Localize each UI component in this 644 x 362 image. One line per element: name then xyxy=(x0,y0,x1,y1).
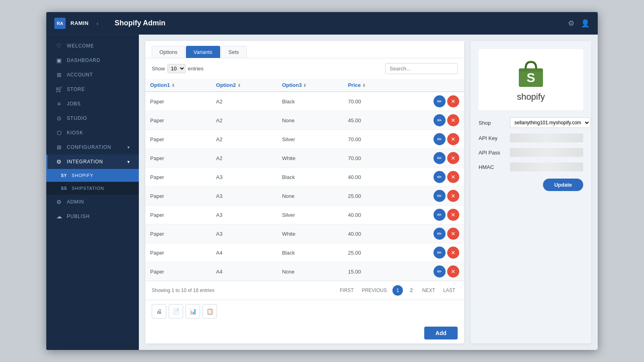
sidebar-label-configuration: CONFIGURATION xyxy=(67,144,111,150)
shop-row: Shop sellanything101.myshopify.com xyxy=(479,117,583,128)
sidebar-item-studio[interactable]: ⊙ STUDIO xyxy=(46,111,139,125)
print-button[interactable]: 🖨 xyxy=(152,304,166,319)
sidebar-item-shopify[interactable]: SY SHOPIFY xyxy=(46,169,139,182)
col-price[interactable]: Price ⇕ xyxy=(343,79,395,92)
table-row: Paper A3 White 40.00 ✏ ✕ xyxy=(145,224,464,243)
sidebar-item-dashboard[interactable]: ▣ DASHBOARD xyxy=(46,53,139,68)
pdf-button[interactable]: 📄 xyxy=(169,304,183,319)
sidebar-item-publish[interactable]: ☁ PUBLISH xyxy=(46,209,139,224)
cell-actions: ✏ ✕ xyxy=(396,111,464,130)
table-row: Paper A4 Black 25.00 ✏ ✕ xyxy=(145,243,464,262)
sidebar-item-kiosk[interactable]: ⬡ KIOSK xyxy=(46,125,139,140)
settings-icon[interactable]: ⚙ xyxy=(568,19,574,28)
cell-option3: White xyxy=(277,149,343,168)
add-button[interactable]: Add xyxy=(424,327,458,339)
tab-options[interactable]: Options xyxy=(152,46,185,58)
sidebar-label-integration: INTEGRATION xyxy=(67,159,103,165)
table-row: Paper A2 None 45.00 ✏ ✕ xyxy=(145,111,464,130)
cell-option1: Paper xyxy=(145,187,211,206)
cell-option3: None xyxy=(277,187,343,206)
sidebar-item-admin[interactable]: ⚙ ADMIN xyxy=(46,195,139,209)
entries-select[interactable]: 10 25 50 xyxy=(167,64,186,73)
tab-sets[interactable]: Sets xyxy=(221,46,247,58)
svg-rect-2 xyxy=(519,68,543,72)
edit-button[interactable]: ✏ xyxy=(433,228,446,240)
col-option1[interactable]: Option1 ⇕ xyxy=(145,79,211,92)
page-2[interactable]: 2 xyxy=(406,285,417,296)
cell-option2: A4 xyxy=(211,243,277,262)
content-area: Options Variants Sets Show 10 25 50 xyxy=(139,35,598,350)
edit-button[interactable]: ✏ xyxy=(433,209,446,221)
update-button[interactable]: Update xyxy=(543,179,583,191)
edit-button[interactable]: ✏ xyxy=(433,247,446,259)
sidebar-item-store[interactable]: 🛒 STORE xyxy=(46,82,139,97)
col-actions xyxy=(396,79,464,92)
page-previous[interactable]: PREVIOUS xyxy=(359,286,389,294)
user-icon[interactable]: 👤 xyxy=(581,19,590,28)
collapse-icon[interactable]: ‹ xyxy=(97,20,99,27)
cell-actions: ✏ ✕ xyxy=(396,130,464,149)
edit-button[interactable]: ✏ xyxy=(433,171,446,183)
delete-button[interactable]: ✕ xyxy=(447,228,459,240)
cell-actions: ✏ ✕ xyxy=(396,92,464,111)
delete-button[interactable]: ✕ xyxy=(447,209,459,221)
sidebar-label-dashboard: DASHBOARD xyxy=(67,58,100,63)
shopify-prefix-icon: SY xyxy=(60,173,68,178)
api-pass-row: API Pass xyxy=(479,148,583,157)
sidebar-item-configuration[interactable]: ⊞ CONFIGURATION ▼ xyxy=(46,140,139,154)
col-option2[interactable]: Option2 ⇕ xyxy=(211,79,277,92)
api-key-masked[interactable] xyxy=(510,134,583,142)
cell-price: 70.00 xyxy=(343,149,395,168)
cell-option2: A3 xyxy=(211,206,277,224)
sidebar-item-account[interactable]: ⊞ ACCOUNT xyxy=(46,68,139,82)
sort-price-icon: ⇕ xyxy=(362,83,365,88)
sidebar-item-shipstation[interactable]: SS SHIPSTATION xyxy=(46,182,139,195)
delete-button[interactable]: ✕ xyxy=(447,152,459,164)
update-btn-row: Update xyxy=(479,179,583,191)
edit-button[interactable]: ✏ xyxy=(433,265,446,278)
hmac-masked[interactable] xyxy=(510,162,583,171)
edit-button[interactable]: ✏ xyxy=(433,95,446,107)
delete-button[interactable]: ✕ xyxy=(447,190,459,202)
api-pass-masked[interactable] xyxy=(510,148,583,157)
tab-variants[interactable]: Variants xyxy=(186,46,220,58)
delete-button[interactable]: ✕ xyxy=(447,114,459,126)
page-last[interactable]: LAST xyxy=(441,286,458,294)
edit-button[interactable]: ✏ xyxy=(433,133,446,145)
sidebar-item-integration[interactable]: ⚙ INTEGRATION ▼ xyxy=(46,154,139,169)
sidebar-item-jobs[interactable]: ≡ JOBS xyxy=(46,97,139,111)
delete-button[interactable]: ✕ xyxy=(447,133,459,145)
cell-price: 25.00 xyxy=(343,187,395,206)
shop-select[interactable]: sellanything101.myshopify.com xyxy=(510,117,590,128)
table-row: Paper A2 Black 70.00 ✏ ✕ xyxy=(145,92,464,111)
edit-button[interactable]: ✏ xyxy=(433,114,446,126)
page-first[interactable]: FIRST xyxy=(337,286,356,294)
cell-actions: ✏ ✕ xyxy=(396,224,464,243)
table-scroll: Option1 ⇕ Option2 ⇕ Option3 ⇕ xyxy=(145,79,464,281)
col-option3[interactable]: Option3 ⇕ xyxy=(277,79,343,92)
cell-price: 15.00 xyxy=(343,262,395,281)
jobs-icon: ≡ xyxy=(56,101,63,107)
excel-button[interactable]: 📋 xyxy=(202,304,217,319)
edit-button[interactable]: ✏ xyxy=(433,152,446,164)
cell-option3: None xyxy=(277,262,343,281)
csv-button[interactable]: 📊 xyxy=(186,304,200,319)
table-panel: Options Variants Sets Show 10 25 50 xyxy=(145,41,464,343)
search-input[interactable] xyxy=(385,63,458,74)
page-next[interactable]: NEXT xyxy=(420,286,438,294)
sidebar-item-welcome[interactable]: ♡ WELCOME xyxy=(46,39,139,53)
delete-button[interactable]: ✕ xyxy=(447,95,459,107)
edit-button[interactable]: ✏ xyxy=(433,190,446,202)
delete-button[interactable]: ✕ xyxy=(447,265,459,278)
cell-option1: Paper xyxy=(145,92,211,111)
cell-option2: A2 xyxy=(211,111,277,130)
delete-button[interactable]: ✕ xyxy=(447,247,459,259)
delete-button[interactable]: ✕ xyxy=(447,171,459,183)
inner-content: Options Variants Sets Show 10 25 50 xyxy=(139,35,598,350)
cell-price: 70.00 xyxy=(343,130,395,149)
cell-option3: Black xyxy=(277,92,343,111)
cell-price: 45.00 xyxy=(343,111,395,130)
data-table: Option1 ⇕ Option2 ⇕ Option3 ⇕ xyxy=(145,79,464,281)
right-panel: S shopify Shop sellanything101.myshopify… xyxy=(471,41,591,343)
page-1[interactable]: 1 xyxy=(392,285,403,296)
